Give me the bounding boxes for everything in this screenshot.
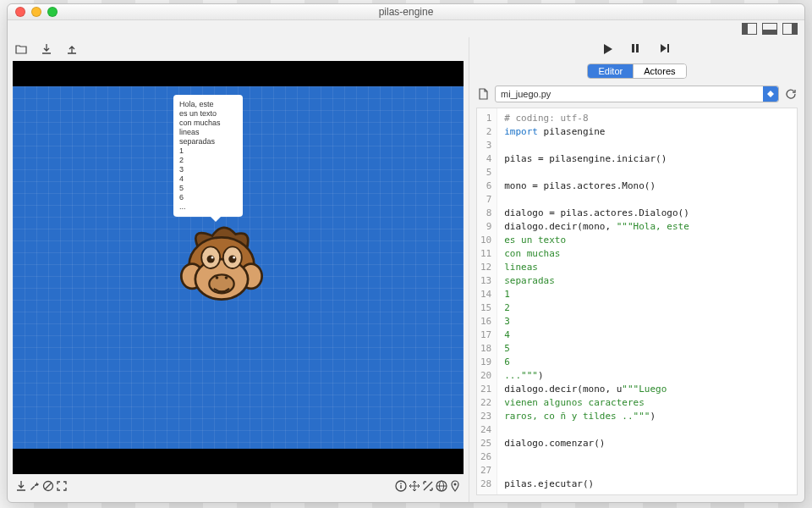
code-content[interactable]: # coding: utf-8import pilasengine pilas … (497, 108, 696, 494)
layout-left-icon[interactable] (742, 23, 757, 35)
wrench-icon[interactable] (28, 479, 41, 493)
svg-line-14 (45, 483, 52, 489)
editor-pane: Editor Actores mi_juego.py 1234567891011… (469, 37, 804, 502)
svg-point-21 (454, 483, 457, 486)
tab-editor[interactable]: Editor (588, 64, 633, 78)
download-icon[interactable] (40, 42, 53, 56)
svg-rect-17 (400, 483, 401, 484)
svg-point-10 (209, 274, 233, 293)
game-grid: Hola, este es un texto con muchas lineas… (13, 86, 464, 449)
new-file-icon[interactable] (476, 87, 490, 101)
speech-balloon: Hola, este es un texto con muchas lineas… (173, 95, 243, 217)
play-icon[interactable] (602, 43, 614, 55)
layout-switcher (8, 20, 804, 37)
block-icon[interactable] (41, 479, 55, 493)
svg-point-8 (211, 257, 214, 259)
step-icon[interactable] (660, 43, 672, 55)
fullscreen-icon[interactable] (55, 479, 69, 493)
code-editor[interactable]: 1234567891011121314151617181920212223242… (476, 108, 798, 495)
preview-pane: Hola, este es un texto con muchas lineas… (8, 37, 469, 502)
monkey-actor (175, 222, 268, 315)
editor-tabs: Editor Actores (587, 64, 686, 79)
svg-point-12 (225, 276, 228, 279)
svg-rect-22 (632, 44, 634, 52)
window: pilas-engine Hola, este es un texto con … (7, 3, 805, 503)
preview-bottom-toolbar (8, 474, 469, 498)
pin-icon[interactable] (448, 479, 462, 493)
upload-icon[interactable] (65, 42, 79, 56)
layout-bottom-icon[interactable] (762, 23, 777, 35)
line-gutter: 1234567891011121314151617181920212223242… (477, 108, 497, 494)
file-select[interactable]: mi_juego.py (495, 86, 779, 102)
svg-rect-16 (400, 485, 401, 489)
globe-icon[interactable] (435, 479, 448, 493)
chevron-updown-icon (763, 86, 778, 102)
titlebar: pilas-engine (8, 4, 804, 20)
svg-point-9 (233, 257, 235, 259)
file-select-label: mi_juego.py (501, 89, 551, 99)
window-title: pilas-engine (8, 6, 804, 18)
export-icon[interactable] (14, 479, 28, 493)
svg-point-11 (216, 276, 219, 279)
open-folder-icon[interactable] (14, 42, 28, 56)
info-icon[interactable] (394, 479, 408, 493)
game-viewport[interactable]: Hola, este es un texto con muchas lineas… (13, 61, 464, 474)
svg-point-7 (228, 255, 236, 262)
layout-right-icon[interactable] (782, 23, 798, 35)
tab-actores[interactable]: Actores (633, 64, 685, 78)
expand-icon[interactable] (421, 479, 435, 493)
svg-rect-24 (667, 44, 669, 52)
pause-icon[interactable] (631, 43, 643, 55)
svg-point-6 (207, 255, 215, 262)
move-icon[interactable] (408, 479, 421, 493)
svg-rect-23 (636, 44, 639, 52)
reload-icon[interactable] (784, 87, 798, 101)
